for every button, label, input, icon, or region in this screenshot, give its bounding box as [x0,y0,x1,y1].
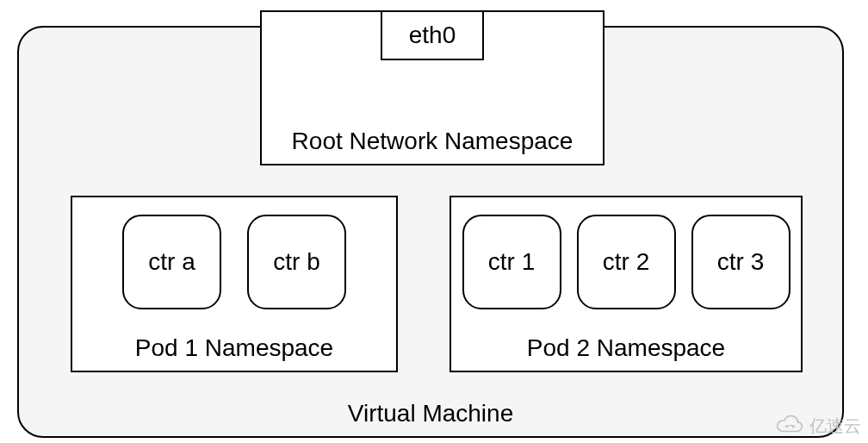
root-ns-label: Root Network Namespace [292,128,574,155]
container-label: ctr 3 [717,248,764,276]
pod1-container-row: ctr a ctr b [72,215,396,309]
watermark-text: 亿速云 [809,415,861,438]
pod1-label: Pod 1 Namespace [135,334,333,362]
cloud-icon [775,415,804,438]
container-box: ctr b [247,215,346,309]
eth0-interface-box: eth0 [381,10,484,60]
pod2-namespace-box: ctr 1 ctr 2 ctr 3 Pod 2 Namespace [450,196,803,372]
pod2-label: Pod 2 Namespace [527,334,725,362]
container-box: ctr a [122,215,221,309]
svg-point-0 [785,425,788,427]
pod2-container-row: ctr 1 ctr 2 ctr 3 [451,215,801,309]
container-label: ctr b [273,248,319,276]
vm-label: Virtual Machine [348,400,513,427]
container-label: ctr a [148,248,195,276]
eth0-label: eth0 [409,22,456,49]
container-label: ctr 2 [603,248,649,276]
watermark: 亿速云 [775,415,861,438]
container-box: ctr 1 [462,215,561,309]
virtual-machine-box: eth0 Root Network Namespace ctr a ctr b … [17,26,844,438]
container-label: ctr 1 [488,248,535,276]
container-box: ctr 2 [577,215,676,309]
pod1-namespace-box: ctr a ctr b Pod 1 Namespace [71,196,398,372]
container-box: ctr 3 [691,215,790,309]
root-network-namespace-box: eth0 Root Network Namespace [260,10,604,165]
